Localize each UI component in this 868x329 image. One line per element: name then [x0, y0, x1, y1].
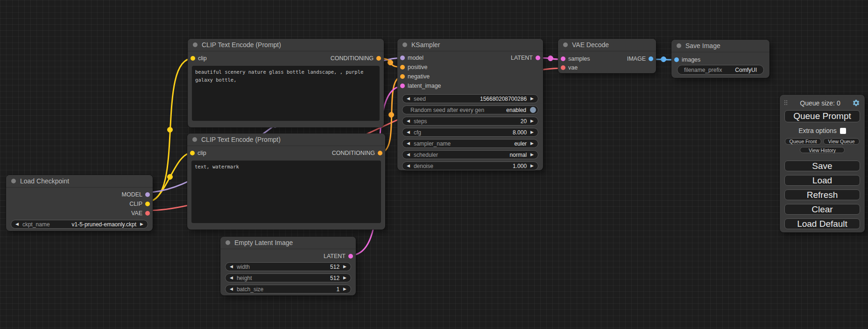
widget-value: 156680208700286	[480, 96, 527, 102]
node-title: CLIP Text Encode (Prompt)	[201, 136, 281, 143]
increment-arrow-icon[interactable]	[530, 153, 534, 157]
load-default-button[interactable]: Load Default	[784, 218, 860, 229]
conditioning-output-slot[interactable]	[376, 56, 381, 61]
denoise-widget[interactable]: denoise 1.000	[402, 161, 538, 170]
clip-input-slot[interactable]	[190, 151, 195, 155]
vae-input-slot[interactable]	[561, 65, 565, 70]
collapse-dot-icon[interactable]	[402, 42, 407, 47]
clip-input-slot[interactable]	[191, 56, 195, 61]
conditioning-output-slot[interactable]	[378, 151, 382, 155]
seed-widget[interactable]: seed 156680208700286	[402, 94, 538, 103]
model-input-slot[interactable]	[400, 56, 405, 60]
decrement-arrow-icon[interactable]	[407, 119, 410, 123]
clear-button[interactable]: Clear	[784, 204, 860, 215]
increment-arrow-icon[interactable]	[343, 287, 346, 291]
images-input-slot[interactable]	[674, 57, 679, 62]
node-save-image[interactable]: Save Image images filename_prefix ComfyU…	[671, 40, 769, 78]
node-titlebar[interactable]: Save Image	[671, 40, 769, 52]
node-empty-latent-image[interactable]: Empty Latent Image LATENT width 512 heig…	[220, 237, 356, 295]
widget-label: width	[237, 264, 250, 270]
node-clip-text-encode-positive[interactable]: CLIP Text Encode (Prompt) clip CONDITION…	[188, 39, 384, 127]
collapse-dot-icon[interactable]	[226, 240, 230, 245]
node-titlebar[interactable]: CLIP Text Encode (Prompt)	[187, 133, 385, 146]
refresh-button[interactable]: Refresh	[784, 189, 860, 200]
latent-output-slot[interactable]	[536, 56, 540, 60]
height-widget[interactable]: height 512	[225, 273, 351, 282]
node-load-checkpoint[interactable]: Load Checkpoint MODEL CLIP VAE ckpt_name…	[6, 175, 153, 231]
node-ksampler[interactable]: KSampler model LATENT positive negative …	[397, 39, 543, 170]
node-titlebar[interactable]: Empty Latent Image	[220, 237, 356, 249]
decrement-arrow-icon[interactable]	[230, 287, 233, 291]
sampler-name-widget[interactable]: sampler_name euler	[402, 139, 538, 148]
model-output-slot[interactable]	[145, 192, 150, 197]
batch-size-widget[interactable]: batch_size 1	[225, 285, 351, 294]
node-clip-text-encode-negative[interactable]: CLIP Text Encode (Prompt) clip CONDITION…	[187, 133, 385, 230]
widget-value: 512	[330, 275, 339, 281]
decrement-arrow-icon[interactable]	[230, 276, 233, 280]
positive-input-slot[interactable]	[400, 65, 405, 70]
decrement-arrow-icon[interactable]	[407, 141, 410, 146]
node-titlebar[interactable]: Load Checkpoint	[6, 175, 153, 188]
increment-arrow-icon[interactable]	[343, 265, 346, 269]
collapse-dot-icon[interactable]	[563, 42, 568, 47]
input-label-clip: clip	[198, 150, 206, 156]
node-titlebar[interactable]: CLIP Text Encode (Prompt)	[188, 39, 384, 51]
filename-prefix-widget[interactable]: filename_prefix ComfyUI	[677, 65, 764, 75]
view-history-button[interactable]: View History	[800, 147, 845, 153]
node-title: Empty Latent Image	[234, 239, 293, 246]
ckpt-name-widget[interactable]: ckpt_name v1-5-pruned-emaonly.ckpt	[11, 220, 148, 229]
load-button[interactable]: Load	[784, 175, 860, 186]
settings-gear-icon[interactable]	[852, 99, 860, 107]
increment-arrow-icon[interactable]	[530, 97, 534, 101]
queue-prompt-button[interactable]: Queue Prompt	[784, 110, 860, 122]
negative-input-slot[interactable]	[400, 74, 405, 79]
collapse-dot-icon[interactable]	[11, 179, 16, 183]
node-title: Load Checkpoint	[20, 177, 69, 185]
increment-arrow-icon[interactable]	[140, 222, 143, 226]
drag-handle-icon[interactable]	[784, 100, 788, 106]
link-midpoint-dot	[661, 57, 666, 62]
widget-label: Random seed after every gen	[410, 107, 484, 113]
samples-input-slot[interactable]	[561, 56, 565, 61]
latent-output-slot[interactable]	[348, 254, 353, 259]
toggle-dot-icon[interactable]	[530, 107, 536, 113]
increment-arrow-icon[interactable]	[530, 119, 534, 123]
extra-options-checkbox[interactable]	[840, 128, 846, 134]
increment-arrow-icon[interactable]	[530, 164, 534, 168]
decrement-arrow-icon[interactable]	[230, 265, 233, 269]
view-queue-button[interactable]: View Queue	[823, 138, 860, 145]
steps-widget[interactable]: steps 20	[402, 117, 538, 126]
collapse-dot-icon[interactable]	[193, 42, 198, 47]
vae-output-slot[interactable]	[145, 211, 150, 216]
clip-output-slot[interactable]	[145, 202, 150, 206]
latent-image-input-slot[interactable]	[400, 84, 405, 88]
random-seed-toggle-widget[interactable]: Random seed after every gen enabled	[402, 105, 538, 114]
queue-front-button[interactable]: Queue Front	[785, 138, 821, 145]
decrement-arrow-icon[interactable]	[407, 97, 410, 101]
increment-arrow-icon[interactable]	[530, 130, 534, 134]
input-label-images: images	[682, 56, 700, 63]
increment-arrow-icon[interactable]	[343, 276, 346, 280]
widget-value: 1	[336, 286, 339, 293]
decrement-arrow-icon[interactable]	[15, 222, 19, 226]
node-titlebar[interactable]: VAE Decode	[558, 39, 656, 51]
decrement-arrow-icon[interactable]	[407, 153, 410, 157]
negative-prompt-textarea[interactable]: text, watermark	[191, 161, 381, 223]
link-midpoint-dot	[548, 56, 553, 61]
widget-value: 20	[521, 118, 527, 125]
collapse-dot-icon[interactable]	[677, 43, 681, 48]
positive-prompt-textarea[interactable]: beautiful scenery nature glass bottle la…	[192, 66, 380, 121]
width-widget[interactable]: width 512	[225, 262, 351, 271]
node-graph-canvas[interactable]: Load Checkpoint MODEL CLIP VAE ckpt_name…	[0, 0, 868, 329]
scheduler-widget[interactable]: scheduler normal	[402, 150, 538, 159]
save-button[interactable]: Save	[784, 161, 860, 171]
image-output-slot[interactable]	[649, 56, 653, 61]
widget-value: normal	[509, 152, 527, 158]
decrement-arrow-icon[interactable]	[407, 130, 410, 134]
increment-arrow-icon[interactable]	[530, 141, 534, 146]
decrement-arrow-icon[interactable]	[407, 164, 410, 168]
node-vae-decode[interactable]: VAE Decode samples IMAGE vae	[558, 39, 656, 73]
node-titlebar[interactable]: KSampler	[397, 39, 543, 51]
collapse-dot-icon[interactable]	[192, 137, 197, 142]
cfg-widget[interactable]: cfg 8.000	[402, 128, 538, 137]
